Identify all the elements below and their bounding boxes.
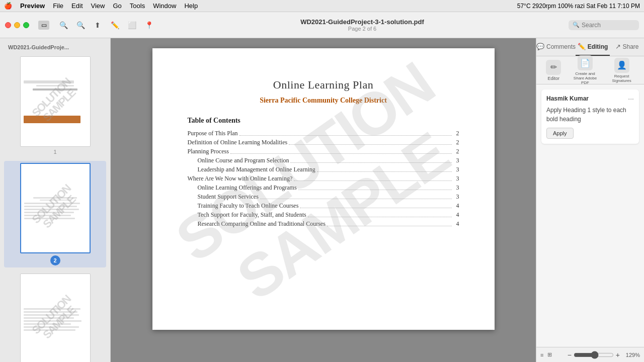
tab-editing-label: Editing [588,43,608,50]
page-number-badge-2: 2 [50,255,60,265]
title-bar: ▭ 🔍 🔍 ⬆ ✏️ ⬜ 📍 WD2021-GuidedProject-3-1-… [0,12,644,38]
menu-file[interactable]: File [53,2,63,10]
apple-menu[interactable]: 🍎 [4,2,12,10]
toc-entry: Definition of Online Learning Modalities… [188,139,459,146]
zoom-out-button[interactable]: 🔍 [56,18,70,32]
editing-icon: ✏️ [578,43,586,50]
traffic-lights [5,22,29,28]
menu-tools[interactable]: Tools [130,2,145,10]
thumbnail-frame-1: SOLUTIONSAMPLE [20,56,91,147]
request-sigs-icon: 👤 [614,58,629,73]
comment-text: Apply Heading 1 style to each bold headi… [546,106,634,124]
thumbnail-frame-3: SOLUTIONSAMPLE [20,274,91,362]
toc-entry: Student Support Services3 [188,193,459,201]
menu-view[interactable]: View [91,2,105,10]
pdf-viewer[interactable]: SOLUTIONSAMPLE Online Learning Plan Sier… [111,38,536,362]
grid-view-icon[interactable]: ⊞ [547,351,552,358]
tab-share[interactable]: ↗ Share [610,38,644,56]
app-window: ▭ 🔍 🔍 ⬆ ✏️ ⬜ 📍 WD2021-GuidedProject-3-1-… [0,12,644,362]
zoom-in-button[interactable]: 🔍 [73,18,88,32]
panel-tabs: 💬 Comments ✏️ Editing ↗ Share [536,38,644,56]
comment-area: Hasmik Kumar ··· Apply Heading 1 style t… [536,84,644,347]
tab-comments[interactable]: 💬 Comments [536,38,576,56]
comments-icon: 💬 [536,43,544,50]
close-button[interactable] [5,22,11,28]
thumbnail-page-3[interactable]: SOLUTIONSAMPLE [4,272,106,362]
request-signatures-tool[interactable]: 👤 Request Signatures [609,58,634,83]
content-area: WD2021-GuidedProje... SOLUTIONSAMPLE 1 [0,38,644,362]
list-view-icon[interactable]: ≡ [540,352,543,358]
toc-entry: Research Comparing Online and Traditiona… [188,220,459,228]
tab-comments-label: Comments [546,43,576,50]
toc-entry: Purpose of This Plan2 [188,130,459,137]
zoom-slider[interactable] [574,351,614,359]
create-pdf-icon: 📄 [578,55,593,70]
menu-go[interactable]: Go [113,2,121,10]
request-sigs-label: Request Signatures [609,74,634,83]
menu-window[interactable]: Window [153,2,176,10]
thumbnail-sidebar: WD2021-GuidedProje... SOLUTIONSAMPLE 1 [0,38,111,362]
location-button[interactable]: 📍 [142,18,156,32]
panel-toolbar: ✏ Editor 📄 Create and Share Adobe PDF 👤 … [536,56,644,84]
comment-author: Hasmik Kumar [546,95,589,102]
pdf-page: SOLUTIONSAMPLE Online Learning Plan Sier… [152,48,495,330]
menu-edit[interactable]: Edit [71,2,83,10]
crop-button[interactable]: ⬜ [125,18,139,32]
apply-button[interactable]: Apply [546,128,574,139]
document-heading: Online Learning Plan [188,78,459,92]
fullscreen-button[interactable] [23,22,29,28]
toc-entry: Where Are We Now with Online Learning?3 [188,175,459,183]
thumbnail-page-1[interactable]: SOLUTIONSAMPLE 1 [4,54,106,157]
page-number-1: 1 [53,149,56,155]
create-pdf-label: Create and Share Adobe PDF [573,71,598,85]
toc-entry: Tech Support for Faculty, Staff, and Stu… [188,211,459,219]
menu-help[interactable]: Help [184,2,198,10]
mac-menubar: 🍎 Preview File Edit View Go Tools Window… [0,0,644,12]
toc-list: Purpose of This Plan2Definition of Onlin… [188,130,459,228]
toc-entry: Leadership and Management of Online Lear… [188,166,459,173]
toc-entry: Online Learning Offerings and Programs3 [188,184,459,192]
create-pdf-tool[interactable]: 📄 Create and Share Adobe PDF [573,55,598,85]
tab-editing[interactable]: ✏️ Editing [576,38,610,56]
zoom-in-control[interactable]: + [616,351,620,359]
editor-tool[interactable]: ✏ Editor [546,60,561,81]
tab-share-label: Share [623,43,639,50]
document-title: WD2021-GuidedProject-3-1-solution.pdf [161,18,564,26]
share-button[interactable]: ⬆ [91,18,105,32]
editor-tool-label: Editor [548,76,560,81]
toolbar-left-icons: 🔍 🔍 ⬆ ✏️ ⬜ 📍 [56,18,156,32]
search-icon: 🔍 [573,22,580,28]
editor-tool-icon: ✏ [546,60,561,75]
sidebar-filename: WD2021-GuidedProje... [4,42,106,54]
comment-menu-button[interactable]: ··· [628,95,634,103]
thumbnail-frame-2: SOLUTIONSAMPLE [20,163,91,253]
comment-header: Hasmik Kumar ··· [546,95,634,103]
search-input[interactable] [582,22,632,29]
comment-card: Hasmik Kumar ··· Apply Heading 1 style t… [541,89,639,144]
right-panel: 💬 Comments ✏️ Editing ↗ Share ✏ Editor [536,38,644,362]
toc-entry: Training Faculty to Teach Online Courses… [188,202,459,210]
app-menu-preview[interactable]: Preview [20,2,45,10]
toc-entry: Planning Process2 [188,148,459,155]
zoom-out-control[interactable]: − [568,351,572,359]
toc-entry: Online Course and Program Selection3 [188,157,459,164]
menubar-right: 57°C 2920rpm 100% razi Sat Feb 11 7:10 P… [517,3,640,10]
panel-bottom-bar: ≡ ⊞ − + 129% [536,347,644,362]
toc-title: Table of Contents [188,117,459,125]
document-page-info: Page 2 of 6 [161,26,564,32]
zoom-controls: − + 129% [568,351,640,359]
document-subheading: Sierra Pacific Community College Distric… [188,97,459,105]
search-bar[interactable]: 🔍 [569,20,639,30]
share-icon: ↗ [615,43,621,50]
thumbnail-page-2[interactable]: SOLUTIONSAMPLE 2 [4,161,106,267]
minimize-button[interactable] [14,22,20,28]
zoom-level: 129% [622,352,640,358]
system-info: 57°C 2920rpm 100% razi Sat Feb 11 7:10 P… [517,3,640,10]
sidebar-toggle-button[interactable]: ▭ [38,21,49,30]
highlight-button[interactable]: ✏️ [108,18,122,32]
document-title-area: WD2021-GuidedProject-3-1-solution.pdf Pa… [161,18,564,32]
